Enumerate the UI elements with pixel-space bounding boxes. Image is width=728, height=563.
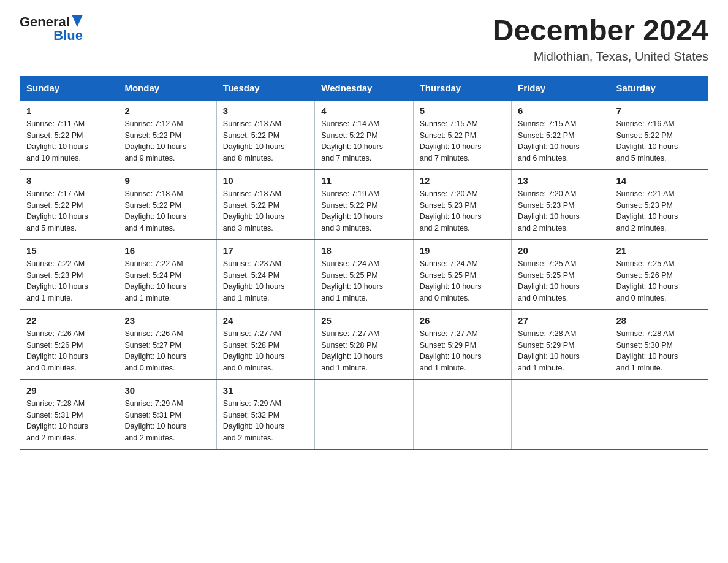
weekday-header-row: Sunday Monday Tuesday Wednesday Thursday… (20, 76, 708, 100)
table-row: 18 Sunrise: 7:24 AM Sunset: 5:25 PM Dayl… (315, 240, 413, 310)
header-monday: Monday (118, 76, 216, 100)
table-row: 15 Sunrise: 7:22 AM Sunset: 5:23 PM Dayl… (20, 240, 118, 310)
day-info: Sunrise: 7:18 AM Sunset: 5:22 PM Dayligh… (223, 188, 308, 234)
table-row: 23 Sunrise: 7:26 AM Sunset: 5:27 PM Dayl… (118, 310, 216, 380)
logo: General Blue (20, 15, 83, 43)
table-row: 6 Sunrise: 7:15 AM Sunset: 5:22 PM Dayli… (512, 100, 610, 170)
header: General Blue December 2024 Midlothian, T… (20, 15, 708, 64)
day-info: Sunrise: 7:26 AM Sunset: 5:27 PM Dayligh… (124, 328, 210, 374)
logo-blue: Blue (53, 28, 83, 43)
day-number: 18 (321, 245, 406, 256)
day-info: Sunrise: 7:23 AM Sunset: 5:24 PM Dayligh… (223, 258, 308, 304)
day-number: 7 (616, 105, 702, 116)
day-number: 12 (420, 175, 505, 186)
svg-marker-0 (72, 15, 83, 27)
table-row: 1 Sunrise: 7:11 AM Sunset: 5:22 PM Dayli… (20, 100, 118, 170)
day-number: 25 (321, 315, 406, 326)
day-number: 11 (321, 175, 406, 186)
table-row (315, 380, 413, 450)
day-number: 15 (26, 245, 112, 256)
day-number: 19 (420, 245, 505, 256)
table-row: 3 Sunrise: 7:13 AM Sunset: 5:22 PM Dayli… (216, 100, 314, 170)
day-info: Sunrise: 7:20 AM Sunset: 5:23 PM Dayligh… (518, 188, 603, 234)
day-info: Sunrise: 7:25 AM Sunset: 5:26 PM Dayligh… (616, 258, 702, 304)
day-number: 24 (223, 315, 308, 326)
day-number: 13 (518, 175, 603, 186)
day-info: Sunrise: 7:28 AM Sunset: 5:30 PM Dayligh… (616, 328, 702, 374)
day-info: Sunrise: 7:24 AM Sunset: 5:25 PM Dayligh… (420, 258, 505, 304)
calendar-week-row: 22 Sunrise: 7:26 AM Sunset: 5:26 PM Dayl… (20, 310, 708, 380)
table-row: 10 Sunrise: 7:18 AM Sunset: 5:22 PM Dayl… (216, 170, 314, 240)
day-number: 28 (616, 315, 702, 326)
day-info: Sunrise: 7:25 AM Sunset: 5:25 PM Dayligh… (518, 258, 603, 304)
day-info: Sunrise: 7:12 AM Sunset: 5:22 PM Dayligh… (124, 118, 210, 164)
day-number: 4 (321, 105, 406, 116)
day-info: Sunrise: 7:11 AM Sunset: 5:22 PM Dayligh… (26, 118, 112, 164)
day-number: 17 (223, 245, 308, 256)
day-info: Sunrise: 7:27 AM Sunset: 5:29 PM Dayligh… (420, 328, 505, 374)
day-info: Sunrise: 7:29 AM Sunset: 5:32 PM Dayligh… (223, 398, 308, 444)
table-row: 22 Sunrise: 7:26 AM Sunset: 5:26 PM Dayl… (20, 310, 118, 380)
header-saturday: Saturday (610, 76, 708, 100)
day-info: Sunrise: 7:13 AM Sunset: 5:22 PM Dayligh… (223, 118, 308, 164)
table-row: 21 Sunrise: 7:25 AM Sunset: 5:26 PM Dayl… (610, 240, 708, 310)
day-info: Sunrise: 7:14 AM Sunset: 5:22 PM Dayligh… (321, 118, 406, 164)
table-row: 29 Sunrise: 7:28 AM Sunset: 5:31 PM Dayl… (20, 380, 118, 450)
table-row: 17 Sunrise: 7:23 AM Sunset: 5:24 PM Dayl… (216, 240, 314, 310)
day-info: Sunrise: 7:21 AM Sunset: 5:23 PM Dayligh… (616, 188, 702, 234)
table-row: 20 Sunrise: 7:25 AM Sunset: 5:25 PM Dayl… (512, 240, 610, 310)
day-number: 16 (124, 245, 210, 256)
table-row: 11 Sunrise: 7:19 AM Sunset: 5:22 PM Dayl… (315, 170, 413, 240)
day-info: Sunrise: 7:29 AM Sunset: 5:31 PM Dayligh… (124, 398, 210, 444)
table-row: 24 Sunrise: 7:27 AM Sunset: 5:28 PM Dayl… (216, 310, 314, 380)
calendar-table: Sunday Monday Tuesday Wednesday Thursday… (20, 76, 708, 450)
day-info: Sunrise: 7:15 AM Sunset: 5:22 PM Dayligh… (420, 118, 505, 164)
table-row: 2 Sunrise: 7:12 AM Sunset: 5:22 PM Dayli… (118, 100, 216, 170)
title-area: December 2024 Midlothian, Texas, United … (493, 15, 708, 64)
calendar-week-row: 29 Sunrise: 7:28 AM Sunset: 5:31 PM Dayl… (20, 380, 708, 450)
table-row: 14 Sunrise: 7:21 AM Sunset: 5:23 PM Dayl… (610, 170, 708, 240)
table-row (610, 380, 708, 450)
day-info: Sunrise: 7:27 AM Sunset: 5:28 PM Dayligh… (321, 328, 406, 374)
day-number: 21 (616, 245, 702, 256)
day-number: 2 (124, 105, 210, 116)
header-friday: Friday (512, 76, 610, 100)
location-title: Midlothian, Texas, United States (493, 50, 708, 64)
day-number: 3 (223, 105, 308, 116)
logo-arrow-icon (72, 15, 83, 27)
table-row: 30 Sunrise: 7:29 AM Sunset: 5:31 PM Dayl… (118, 380, 216, 450)
table-row: 8 Sunrise: 7:17 AM Sunset: 5:22 PM Dayli… (20, 170, 118, 240)
day-number: 10 (223, 175, 308, 186)
day-info: Sunrise: 7:17 AM Sunset: 5:22 PM Dayligh… (26, 188, 112, 234)
table-row: 4 Sunrise: 7:14 AM Sunset: 5:22 PM Dayli… (315, 100, 413, 170)
day-info: Sunrise: 7:18 AM Sunset: 5:22 PM Dayligh… (124, 188, 210, 234)
table-row: 16 Sunrise: 7:22 AM Sunset: 5:24 PM Dayl… (118, 240, 216, 310)
table-row: 26 Sunrise: 7:27 AM Sunset: 5:29 PM Dayl… (413, 310, 511, 380)
day-number: 26 (420, 315, 505, 326)
day-number: 22 (26, 315, 112, 326)
day-number: 29 (26, 385, 112, 396)
day-number: 31 (223, 385, 308, 396)
calendar-week-row: 1 Sunrise: 7:11 AM Sunset: 5:22 PM Dayli… (20, 100, 708, 170)
day-number: 8 (26, 175, 112, 186)
day-info: Sunrise: 7:15 AM Sunset: 5:22 PM Dayligh… (518, 118, 603, 164)
table-row (512, 380, 610, 450)
table-row: 28 Sunrise: 7:28 AM Sunset: 5:30 PM Dayl… (610, 310, 708, 380)
day-number: 9 (124, 175, 210, 186)
day-number: 1 (26, 105, 112, 116)
day-number: 5 (420, 105, 505, 116)
day-info: Sunrise: 7:26 AM Sunset: 5:26 PM Dayligh… (26, 328, 112, 374)
table-row (413, 380, 511, 450)
table-row: 27 Sunrise: 7:28 AM Sunset: 5:29 PM Dayl… (512, 310, 610, 380)
month-title: December 2024 (493, 15, 708, 47)
day-number: 30 (124, 385, 210, 396)
day-info: Sunrise: 7:16 AM Sunset: 5:22 PM Dayligh… (616, 118, 702, 164)
table-row: 25 Sunrise: 7:27 AM Sunset: 5:28 PM Dayl… (315, 310, 413, 380)
day-info: Sunrise: 7:27 AM Sunset: 5:28 PM Dayligh… (223, 328, 308, 374)
day-info: Sunrise: 7:22 AM Sunset: 5:23 PM Dayligh… (26, 258, 112, 304)
header-thursday: Thursday (413, 76, 511, 100)
calendar-week-row: 15 Sunrise: 7:22 AM Sunset: 5:23 PM Dayl… (20, 240, 708, 310)
day-info: Sunrise: 7:24 AM Sunset: 5:25 PM Dayligh… (321, 258, 406, 304)
day-number: 23 (124, 315, 210, 326)
day-number: 6 (518, 105, 603, 116)
